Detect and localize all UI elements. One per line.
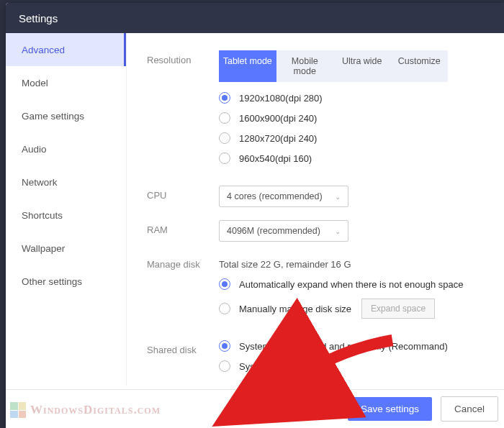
row-shared-disk: Shared disk System.vmdk shared and read … [147, 340, 491, 381]
cancel-button[interactable]: Cancel [441, 396, 498, 422]
chevron-down-icon: ⌄ [335, 227, 341, 235]
radio-icon [219, 92, 230, 104]
ram-label: RAM [147, 220, 219, 235]
sidebar-item-advanced[interactable]: Advanced [6, 33, 126, 66]
manage-disk-label: Manage disk [147, 255, 219, 270]
ram-value: 4096M (recommended) [227, 226, 320, 236]
radio-icon [219, 360, 230, 372]
sidebar-item-other-settings[interactable]: Other settings [6, 265, 126, 298]
disk-option-manual[interactable]: Manually manage disk size Expand space [219, 299, 491, 319]
sidebar-item-game-settings[interactable]: Game settings [6, 99, 126, 132]
disk-option-auto[interactable]: Automatically expand when there is not e… [219, 278, 491, 290]
disk-info: Total size 22 G, remainder 16 G [219, 255, 491, 270]
tab-mobile-mode[interactable]: Mobile mode [276, 50, 334, 82]
expand-space-button: Expand space [361, 299, 435, 319]
resolution-option-1920[interactable]: 1920x1080(dpi 280) [219, 92, 491, 104]
sidebar-item-model[interactable]: Model [6, 66, 126, 99]
tab-ultra-wide[interactable]: Ultra wide [333, 50, 391, 82]
watermark-icon [10, 402, 26, 418]
row-cpu: CPU 4 cores (recommended) ⌄ [147, 186, 491, 207]
tab-tablet-mode[interactable]: Tablet mode [219, 50, 276, 82]
titlebar: Settings [6, 3, 504, 33]
shared-disk-option-readonly[interactable]: System.vmdk shared and read only (Recomm… [219, 340, 491, 352]
radio-icon [219, 303, 230, 314]
radio-icon [219, 132, 230, 144]
ram-select[interactable]: 4096M (recommended) ⌄ [219, 220, 348, 242]
sidebar: Advanced Model Game settings Audio Netwo… [6, 33, 127, 386]
sidebar-item-shortcuts[interactable]: Shortcuts [6, 199, 126, 232]
row-manage-disk: Manage disk Total size 22 G, remainder 1… [147, 255, 491, 327]
radio-icon [219, 112, 230, 124]
chevron-down-icon: ⌄ [335, 193, 341, 201]
resolution-tabbar: Tablet mode Mobile mode Ultra wide Custo… [219, 50, 448, 82]
sidebar-item-network[interactable]: Network [6, 165, 126, 199]
window-body: Advanced Model Game settings Audio Netwo… [6, 33, 504, 386]
shared-disk-label: Shared disk [147, 340, 219, 355]
resolution-label: Resolution [147, 50, 219, 65]
resolution-option-960[interactable]: 960x540(dpi 160) [219, 152, 491, 164]
resolution-option-1600[interactable]: 1600x900(dpi 240) [219, 112, 491, 124]
row-resolution: Resolution Tablet mode Mobile mode Ultra… [147, 50, 491, 173]
cpu-value: 4 cores (recommended) [227, 191, 323, 201]
sidebar-item-audio[interactable]: Audio [6, 132, 126, 165]
shared-disk-option-writable[interactable]: System.vmdk writable [219, 360, 491, 372]
radio-icon [219, 278, 230, 290]
save-settings-button[interactable]: Save settings [348, 397, 432, 421]
window-title: Settings [19, 12, 58, 24]
watermark: WindowsDigitals.com [10, 402, 161, 418]
watermark-text: WindowsDigitals.com [30, 403, 161, 417]
radio-icon [219, 152, 230, 164]
cpu-label: CPU [147, 186, 219, 201]
tab-customize[interactable]: Customize [391, 50, 449, 82]
radio-icon [219, 340, 230, 352]
cpu-select[interactable]: 4 cores (recommended) ⌄ [219, 186, 348, 207]
settings-window: Settings Advanced Model Game settings Au… [6, 3, 504, 428]
row-ram: RAM 4096M (recommended) ⌄ [147, 220, 491, 242]
content-panel: Resolution Tablet mode Mobile mode Ultra… [127, 33, 504, 386]
sidebar-item-wallpaper[interactable]: Wallpaper [6, 232, 126, 265]
resolution-options: 1920x1080(dpi 280) 1600x900(dpi 240) 128… [219, 92, 491, 164]
resolution-option-1280[interactable]: 1280x720(dpi 240) [219, 132, 491, 144]
